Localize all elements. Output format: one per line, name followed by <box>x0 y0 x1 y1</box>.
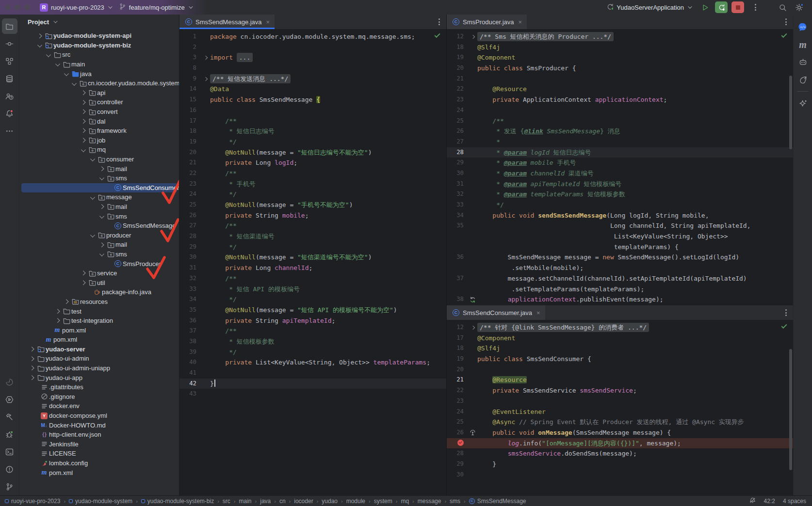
tree-item-producer[interactable]: producer <box>19 230 179 240</box>
tree-item--gitattributes[interactable]: .gitattributes <box>19 382 179 392</box>
inspections-ok-icon[interactable] <box>781 324 787 327</box>
tree-item-smssendmessage[interactable]: CSmsSendMessage <box>19 221 179 231</box>
code-line-33[interactable]: 33 */ <box>447 200 793 210</box>
code-line-27[interactable]: 27 /** <box>179 221 446 231</box>
chevron-open-icon[interactable] <box>88 234 97 237</box>
tree-item-mail[interactable]: mail <box>19 240 179 250</box>
tree-item-framework[interactable]: framework <box>19 126 179 136</box>
chevron-closed-icon[interactable] <box>79 139 87 142</box>
tab-smssendmessage[interactable]: C SmsSendMessage.java × <box>179 15 275 29</box>
chevron-closed-icon[interactable] <box>28 348 36 351</box>
profiler-icon[interactable] <box>2 374 17 390</box>
code-line-28[interactable]: 28 * @param logId 短信日志编号 <box>447 147 793 158</box>
chevron-open-icon[interactable] <box>70 82 78 85</box>
chevron-closed-icon[interactable] <box>97 243 106 247</box>
breadcrumb-system[interactable]: system <box>374 498 392 505</box>
tree-item-yudao-ui-app[interactable]: yudao-ui-app <box>19 373 179 382</box>
code-line-42[interactable]: 42} <box>179 379 446 389</box>
code-line-37[interactable]: 37 /** <box>179 326 446 336</box>
tree-item-sms[interactable]: sms <box>19 250 179 259</box>
commit-icon[interactable] <box>2 36 17 51</box>
inspections-ok-icon[interactable] <box>435 33 440 36</box>
code-line-18[interactable]: 18@Slf4j <box>447 343 793 354</box>
code-line-12[interactable]: 12/** Sms 短信相关消息的 Producer ...*/ <box>447 32 793 42</box>
code-line-23[interactable]: 23 * 手机号 <box>179 179 446 190</box>
chevron-closed-icon[interactable] <box>62 300 70 303</box>
tree-item-util[interactable]: util <box>19 278 179 287</box>
code-line-24[interactable]: 24 <box>447 105 793 116</box>
chevron-closed-icon[interactable] <box>53 319 62 322</box>
code-line-24[interactable]: 24 @EventListener <box>447 407 793 417</box>
chevron-closed-icon[interactable] <box>28 357 36 361</box>
project-widget[interactable]: R ruoyi-vue-pro-2023 <box>36 2 115 13</box>
breadcrumb-iocoder[interactable]: iocoder <box>294 498 313 505</box>
code-line-18[interactable]: 18 * 短信日志编号 <box>179 126 446 137</box>
code-line-17[interactable]: 17 /** <box>179 116 446 126</box>
chevron-open-icon[interactable] <box>97 253 106 256</box>
indent-info[interactable]: 4 spaces <box>783 498 806 505</box>
code-line-39[interactable]: 39 */ <box>179 347 446 358</box>
chevron-closed-icon[interactable] <box>35 34 44 38</box>
tree-item-message[interactable]: message <box>19 192 179 202</box>
git-branch-icon[interactable] <box>2 479 17 494</box>
code-line-37[interactable]: 37 message.setChannelId(channelId).setAp… <box>447 273 793 284</box>
stop-button[interactable] <box>731 1 744 13</box>
code-line-22[interactable]: 22 @Resource <box>447 84 793 95</box>
tree-item-resources[interactable]: resources <box>19 297 179 307</box>
tree-item-docker-howto-md[interactable]: M↓Docker-HOWTO.md <box>19 420 179 430</box>
tree-item-main[interactable]: main <box>19 60 179 69</box>
code-line-wrap[interactable]: .setTemplateParams(templateParams); <box>447 284 793 295</box>
code-line-28[interactable]: 28 smsSendService.doSendSms(message); <box>447 448 793 459</box>
editor-smsproducer[interactable]: 12/** Sms 短信相关消息的 Producer ...*/18@Slf4j… <box>447 29 793 305</box>
code-line-25[interactable]: 25 /** <box>447 116 793 126</box>
code-line-24[interactable]: 24 */ <box>179 189 446 200</box>
tab-smsproducer[interactable]: C SmsProducer.java × <box>447 15 527 29</box>
code-line-33[interactable]: 33 * 短信 API 的模板编号 <box>179 284 446 295</box>
code-line-27[interactable]: 27 * <box>447 137 793 147</box>
tree-item-mail[interactable]: mail <box>19 164 179 174</box>
tree-item-pom-xml[interactable]: mpom.xml <box>19 468 179 477</box>
chevron-closed-icon[interactable] <box>79 129 87 132</box>
folded-region[interactable]: ... <box>237 53 253 62</box>
tree-item-test[interactable]: test <box>19 306 179 316</box>
code-line-29[interactable]: 29 */ <box>179 242 446 253</box>
tree-item-docker-env[interactable]: docker.env <box>19 401 179 411</box>
ai-chat-icon[interactable]: </> <box>795 19 811 35</box>
code-line-19[interactable]: 19@Component <box>447 52 793 63</box>
maven-icon[interactable]: m <box>795 37 811 52</box>
tree-item-yudao-ui-admin-uniapp[interactable]: yudao-ui-admin-uniapp <box>19 364 179 373</box>
code-line-22[interactable]: 22 private SmsSendService smsSendService… <box>447 385 793 396</box>
code-line-21[interactable]: 21 @Resource <box>447 375 793 385</box>
code-line-34[interactable]: 34 public void sendSmsSendMessage(Long l… <box>447 210 793 221</box>
code-line-31[interactable]: 31 private Long channelId; <box>179 263 446 273</box>
code-line-15[interactable]: 15public class SmsSendMessage { <box>179 95 446 105</box>
code-line-40[interactable]: 40 private List<KeyValue<String, Object>… <box>179 357 446 368</box>
tree-item-http-client-env-json[interactable]: { }http-client.env.json <box>19 430 179 440</box>
breadcrumb-ruoyi-vue-pro-2023[interactable]: ruoyi-vue-pro-2023 <box>5 498 60 505</box>
chevron-closed-icon[interactable] <box>97 205 106 208</box>
code-line-9[interactable]: 9/** 短信发送消息 ...*/ <box>179 74 446 84</box>
scrollbar-thumb[interactable] <box>789 349 792 470</box>
tab-smssendconsumer[interactable]: C SmsSendConsumer.java × <box>447 305 545 320</box>
code-line-30[interactable]: 30 @NotNull(message = "短信渠道编号不能为空") <box>179 252 446 263</box>
code-line-19[interactable]: 19 */ <box>179 137 446 147</box>
terminal-icon[interactable] <box>2 444 17 459</box>
minimize-window-icon[interactable] <box>15 4 20 10</box>
search-everywhere-button[interactable] <box>776 1 789 13</box>
code-line-wrap[interactable]: templateParams) { <box>447 242 793 253</box>
tree-item-job[interactable]: job <box>19 136 179 145</box>
breadcrumb-main[interactable]: main <box>239 498 252 505</box>
code-line-20[interactable]: 20 @NotNull(message = "短信日志编号不能为空") <box>179 147 446 158</box>
breadcrumb-yudao[interactable]: yudao <box>322 498 338 505</box>
tree-item-mq[interactable]: mq <box>19 145 179 155</box>
code-line-29[interactable]: 29 * @param mobile 手机号 <box>447 158 793 168</box>
code-line-35[interactable]: 35 Long channelId, String apiTemplateId, <box>447 221 793 231</box>
breadcrumb-smssendmessage[interactable]: CSmsSendMessage <box>469 498 526 505</box>
more-icon[interactable] <box>2 123 17 139</box>
code-line-25[interactable]: 25 @Async // Spring Event 默认在 Producer 发… <box>447 417 793 427</box>
code-line-36[interactable]: 36 SmsSendMessage message = new SmsSendM… <box>447 252 793 263</box>
folded-region[interactable]: /** 短信发送消息 ...*/ <box>210 74 291 83</box>
tree-item-yudao-server[interactable]: yudao-server <box>19 345 179 354</box>
tree-item-controller[interactable]: controller <box>19 97 179 107</box>
code-line-1[interactable]: 1package cn.iocoder.yudao.module.system.… <box>179 32 446 42</box>
